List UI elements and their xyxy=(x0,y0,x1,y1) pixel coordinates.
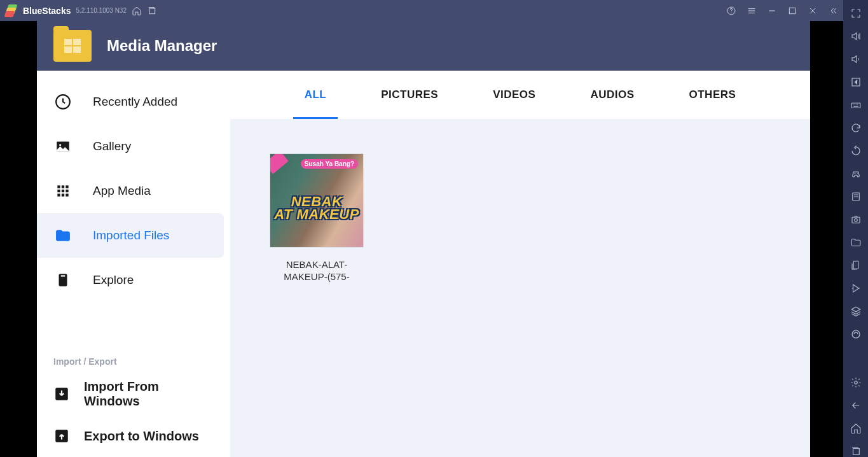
svg-rect-21 xyxy=(851,103,860,108)
tab-all[interactable]: ALL xyxy=(293,82,338,108)
bluestacks-logo-icon xyxy=(5,4,18,17)
svg-rect-28 xyxy=(853,449,859,455)
svg-point-24 xyxy=(854,219,857,222)
screenshot-icon[interactable] xyxy=(850,214,862,225)
rotate-icon[interactable] xyxy=(850,145,862,157)
tab-pictures[interactable]: PICTURES xyxy=(369,82,450,108)
import-from-windows-button[interactable]: Import From Windows xyxy=(37,373,230,415)
sidebar-item-imported-files[interactable]: Imported Files xyxy=(37,213,224,258)
recents-nav-icon[interactable] xyxy=(850,446,862,457)
svg-rect-11 xyxy=(62,190,64,192)
filter-tabs: ALL PICTURES VIDEOS AUDIOS OTHERS xyxy=(230,71,810,119)
collapse-icon[interactable] xyxy=(828,6,838,16)
folder-icon xyxy=(53,30,92,62)
sidebar: Recently Added Gallery App Media Importe… xyxy=(37,71,230,457)
sidebar-item-explore[interactable]: Explore xyxy=(37,258,224,302)
maximize-icon[interactable] xyxy=(787,6,797,16)
back-icon[interactable] xyxy=(850,400,862,411)
close-icon[interactable] xyxy=(808,6,818,16)
svg-rect-14 xyxy=(62,193,64,196)
macro-icon[interactable] xyxy=(850,283,862,294)
sync-icon[interactable] xyxy=(850,122,862,134)
svg-rect-0 xyxy=(149,8,155,14)
svg-rect-8 xyxy=(62,185,64,188)
sidebar-item-app-media[interactable]: App Media xyxy=(37,169,224,213)
layers-icon[interactable] xyxy=(850,306,862,317)
export-to-windows-button[interactable]: Export to Windows xyxy=(37,415,230,457)
volume-down-icon[interactable] xyxy=(850,53,862,65)
media-folder-icon[interactable] xyxy=(850,237,862,248)
svg-point-27 xyxy=(854,381,857,384)
sidebar-section-label: Import / Export xyxy=(37,350,230,373)
app-name: BlueStacks xyxy=(23,6,71,16)
minimize-icon[interactable] xyxy=(767,6,777,16)
svg-rect-13 xyxy=(57,193,60,196)
recent-apps-icon[interactable] xyxy=(147,6,157,16)
fullscreen-icon[interactable] xyxy=(850,8,862,19)
home-nav-icon[interactable] xyxy=(850,423,862,434)
sidebar-item-label: Recently Added xyxy=(93,95,177,109)
svg-rect-15 xyxy=(65,193,68,196)
volume-up-icon[interactable] xyxy=(850,31,862,42)
svg-point-6 xyxy=(59,144,61,146)
file-grid: Susah Ya Bang? NEBAKAT MAKEUP NEBAK-ALAT… xyxy=(230,119,810,457)
titlebar: BlueStacks 5.2.110.1003 N32 xyxy=(0,0,843,21)
file-name: NEBAK-ALAT-MAKEUP-(575- xyxy=(270,259,364,283)
app-header: Media Manager xyxy=(37,21,810,71)
sidebar-item-label: App Media xyxy=(93,184,151,198)
page-title: Media Manager xyxy=(107,37,217,55)
thumbnail-badge: Susah Ya Bang? xyxy=(301,159,358,169)
media-manager-app: Media Manager Recently Added Gallery App… xyxy=(37,21,810,457)
svg-rect-9 xyxy=(65,185,68,188)
settings-icon[interactable] xyxy=(850,377,862,388)
sidebar-item-label: Imported Files xyxy=(93,229,169,243)
sidebar-item-recently-added[interactable]: Recently Added xyxy=(37,80,224,124)
svg-point-26 xyxy=(852,330,860,338)
menu-icon[interactable] xyxy=(747,6,757,16)
install-apk-icon[interactable] xyxy=(850,191,862,202)
svg-point-2 xyxy=(731,13,732,13)
padding-left xyxy=(0,21,37,457)
help-icon[interactable] xyxy=(726,6,736,16)
svg-rect-17 xyxy=(61,275,65,276)
sidebar-item-label: Explore xyxy=(93,273,134,287)
svg-rect-10 xyxy=(57,190,60,192)
keyboard-icon[interactable] xyxy=(850,99,862,111)
main-window: BlueStacks 5.2.110.1003 N32 xyxy=(0,0,843,457)
tab-others[interactable]: OTHERS xyxy=(678,82,748,108)
game-controls-icon[interactable] xyxy=(850,168,862,179)
app-version: 5.2.110.1003 N32 xyxy=(76,7,127,14)
titlebar-left: BlueStacks 5.2.110.1003 N32 xyxy=(5,4,157,17)
svg-rect-12 xyxy=(65,190,68,192)
sidebar-item-gallery[interactable]: Gallery xyxy=(37,124,224,169)
tab-audios[interactable]: AUDIOS xyxy=(579,82,645,108)
side-action-label: Import From Windows xyxy=(84,379,214,409)
svg-rect-7 xyxy=(57,185,60,188)
padding-right xyxy=(810,21,843,457)
multi-instance-icon[interactable] xyxy=(850,260,862,271)
app-body: Recently Added Gallery App Media Importe… xyxy=(37,71,810,457)
file-thumbnail: Susah Ya Bang? NEBAKAT MAKEUP xyxy=(270,153,364,248)
memory-icon[interactable] xyxy=(850,328,862,340)
home-icon[interactable] xyxy=(132,6,142,16)
svg-rect-3 xyxy=(789,8,795,13)
sidebar-item-label: Gallery xyxy=(93,139,131,153)
titlebar-right xyxy=(726,6,838,16)
tab-videos[interactable]: VIDEOS xyxy=(481,82,547,108)
right-toolbar xyxy=(843,0,868,457)
main-panel: ALL PICTURES VIDEOS AUDIOS OTHERS Susah … xyxy=(230,71,810,457)
content: Media Manager Recently Added Gallery App… xyxy=(0,21,843,457)
thumbnail-overlay-text: NEBAKAT MAKEUP xyxy=(274,195,359,221)
lock-cursor-icon[interactable] xyxy=(850,76,862,88)
svg-rect-23 xyxy=(852,217,860,223)
side-action-label: Export to Windows xyxy=(84,429,199,444)
svg-rect-25 xyxy=(853,261,858,269)
file-item[interactable]: Susah Ya Bang? NEBAKAT MAKEUP NEBAK-ALAT… xyxy=(270,153,364,283)
